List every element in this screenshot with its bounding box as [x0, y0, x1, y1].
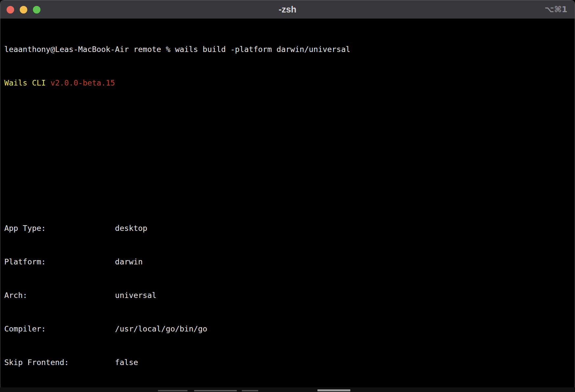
background-window-text-smudge: [158, 390, 188, 391]
config-value: darwin: [115, 257, 143, 266]
config-row: Arch:universal: [4, 290, 572, 301]
config-value: universal: [115, 291, 157, 300]
background-window-highlight: [317, 389, 350, 391]
config-label: Arch:: [4, 290, 115, 301]
config-value: desktop: [115, 224, 147, 233]
blank-line: [4, 178, 572, 189]
terminal-window: -zsh ⌥⌘1 leaanthony@Leas-MacBook-Air rem…: [0, 0, 575, 390]
config-row: Skip Frontend:false: [4, 357, 572, 368]
config-value: /usr/local/go/bin/go: [115, 324, 208, 333]
background-window-text-smudge: [242, 390, 258, 391]
blank-line: [4, 144, 572, 156]
config-label: Compiler:: [4, 323, 115, 334]
config-value: false: [115, 358, 138, 367]
config-label: Skip Frontend:: [4, 357, 115, 368]
config-row: Platform:darwin: [4, 256, 572, 267]
config-row: Compiler:/usr/local/go/bin/go: [4, 323, 572, 334]
terminal-content[interactable]: leaanthony@Leas-MacBook-Air remote % wai…: [0, 19, 575, 390]
wails-cli-version-line: Wails CLI v2.0.0-beta.15: [4, 77, 572, 88]
background-window-text-smudge: [194, 390, 237, 391]
zoom-button[interactable]: [33, 6, 40, 13]
window-title: -zsh: [279, 0, 296, 19]
tab-shortcut-badge: ⌥⌘1: [545, 0, 567, 19]
minimize-button[interactable]: [20, 6, 27, 13]
blank-line: [4, 111, 572, 122]
config-row: App Type:desktop: [4, 223, 572, 234]
config-label: Platform:: [4, 256, 115, 267]
background-window-strip: [0, 387, 575, 392]
command-line-build: leaanthony@Leas-MacBook-Air remote % wai…: [4, 44, 572, 55]
close-button[interactable]: [7, 6, 14, 13]
wails-cli-version: v2.0.0-beta.15: [50, 78, 115, 87]
traffic-lights: [7, 0, 40, 19]
wails-cli-label: Wails CLI: [4, 78, 50, 87]
titlebar[interactable]: -zsh ⌥⌘1: [0, 0, 575, 19]
config-label: App Type:: [4, 223, 115, 234]
